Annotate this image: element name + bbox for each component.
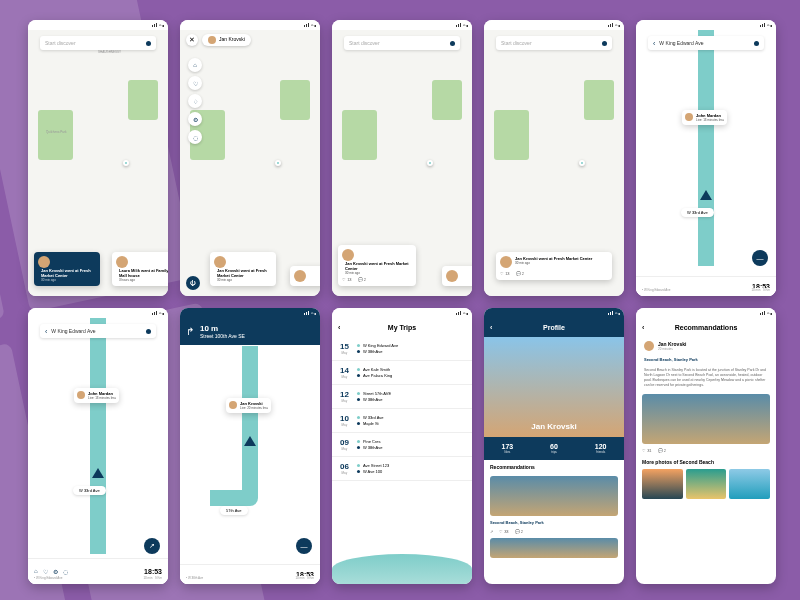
status-bar: ⌔ ▮	[484, 308, 624, 318]
photo-thumb[interactable]	[729, 469, 770, 499]
activity-card-laura[interactable]: Laura Milik went at Family Mall house3 h…	[112, 252, 168, 286]
like-icon[interactable]: ♡ 13	[342, 277, 352, 282]
screen-profile: ⌔ ▮ ‹Profile Jan Krovski 173likes 60trip…	[484, 308, 624, 584]
nav-arrow-icon	[700, 190, 712, 200]
back-icon[interactable]: ‹	[653, 40, 655, 47]
trip-item[interactable]: 06MayAve Street 123W Ave 100	[332, 457, 472, 481]
search-placeholder: Start discover	[45, 40, 142, 46]
screen-detail: ⌔ ▮ Start discover Jan Krovski went at F…	[484, 20, 624, 296]
activity-card-expanded[interactable]: Jan Krovski went at Fresh Market Center3…	[496, 252, 612, 280]
photo-thumb[interactable]	[642, 469, 683, 499]
status-bar: ⌔ ▮	[180, 308, 320, 318]
status-bar: ⌔ ▮	[484, 20, 624, 30]
close-button[interactable]: ✕	[186, 34, 198, 46]
activity-card[interactable]	[290, 266, 320, 286]
chat-icon[interactable]: ◌	[63, 568, 68, 575]
photo-thumb[interactable]	[686, 469, 727, 499]
back-icon[interactable]: ‹	[490, 324, 492, 331]
page-header: ‹My Trips	[332, 318, 472, 337]
nav-fab[interactable]: ↗	[144, 538, 160, 554]
mic-icon[interactable]	[602, 41, 607, 46]
like-icon[interactable]: ♡ 31	[642, 448, 652, 453]
heart-icon[interactable]: ♡	[43, 568, 48, 575]
search-bar[interactable]: Start discover	[344, 36, 460, 50]
profile-hero: Jan Krovski	[484, 337, 624, 437]
rec-image[interactable]	[490, 476, 618, 516]
street-label: W 33rd Ave	[681, 208, 714, 217]
activity-card[interactable]	[442, 266, 472, 286]
chat-icon[interactable]: ◌	[188, 130, 202, 144]
like-icon[interactable]: ♡ 13	[500, 271, 510, 276]
status-bar: ⌔ ▮	[636, 20, 776, 30]
screen-home-1: ⌔ ▮ SHAUGHNESSY Quilchena Park Start dis…	[28, 20, 168, 296]
screen-recommendations: ⌔ ▮ ‹Recommandations Jan Krovski20 minut…	[636, 308, 776, 584]
mic-icon[interactable]	[146, 329, 151, 334]
page-header: ‹Profile	[484, 318, 624, 337]
activity-card-jan[interactable]: Jan Krovski went at Fresh Market Center3…	[34, 252, 100, 286]
search-bar[interactable]: Start discover	[40, 36, 156, 50]
trip-item[interactable]: 09MayPine CresW 38thAve	[332, 433, 472, 457]
mic-icon[interactable]	[754, 41, 759, 46]
radial-menu: ⌂ ♡ ♢ ⚙ ◌	[188, 58, 202, 144]
gear-icon[interactable]: ⚙	[53, 568, 58, 575]
nav-arrow-icon	[92, 468, 104, 478]
stats-bar: 173likes 60trips 120friends	[484, 437, 624, 460]
home-icon[interactable]: ⌂	[34, 568, 38, 575]
live-card[interactable]: Jan KrovskiLive: 20 minutes less	[226, 398, 271, 413]
location-pin[interactable]	[275, 160, 281, 166]
share-icon[interactable]: ↗	[490, 529, 493, 534]
comment-icon[interactable]: 💬 2	[658, 448, 666, 453]
nav-search[interactable]: ‹W King Edward Ave	[648, 36, 764, 50]
activity-card[interactable]: Jan Krovski went at Fresh Market Center3…	[338, 245, 416, 286]
trip-item[interactable]: 14MayAve Kale SmithAve Palaca King	[332, 361, 472, 385]
like-icon[interactable]: ♡ 33	[499, 529, 509, 534]
search-bar[interactable]: Start discover	[496, 36, 612, 50]
trip-item[interactable]: 15MayW King Edward AveW 38thAve	[332, 337, 472, 361]
location-pin[interactable]	[123, 160, 129, 166]
nav-fab[interactable]: —	[296, 538, 312, 554]
comment-icon[interactable]: 💬 2	[516, 271, 524, 276]
home-icon[interactable]: ⌂	[188, 58, 202, 72]
power-button[interactable]: ⏻	[186, 276, 200, 290]
screen-nav-3: ⌔ ▮ ↱ 10 mStreet 100th Ave SE 57th Ave J…	[180, 308, 320, 584]
trip-item[interactable]: 12MayStreet 57th AVEW 38thAve	[332, 385, 472, 409]
screen-nav-2: ⌔ ▮ W 33rd Ave ‹W King Edward Ave John M…	[28, 308, 168, 584]
nav-header: ↱ 10 mStreet 100th Ave SE	[180, 318, 320, 345]
screen-trips: ⌔ ▮ ‹My Trips 15MayW King Edward AveW 38…	[332, 308, 472, 584]
avatar	[38, 256, 50, 268]
rec-image[interactable]	[490, 538, 618, 558]
nav-fab[interactable]: —	[752, 250, 768, 266]
nav-search[interactable]: ‹W King Edward Ave	[40, 324, 156, 338]
heart-icon[interactable]: ♡	[188, 76, 202, 90]
page-header: ‹Recommandations	[636, 318, 776, 337]
wave-decoration	[332, 554, 472, 584]
photo-grid	[636, 469, 776, 499]
status-bar: ⌔ ▮	[332, 308, 472, 318]
status-bar: ⌔ ▮	[332, 20, 472, 30]
status-bar: ⌔ ▮	[28, 308, 168, 318]
back-icon[interactable]: ‹	[642, 324, 644, 331]
screen-menu: ⌔ ▮ ✕ Jan Krovski ⌂ ♡ ♢ ⚙ ◌ Jan Krovski …	[180, 20, 320, 296]
screen-nav-1: ⌔ ▮ W 33rd Ave ‹W King Edward Ave John M…	[636, 20, 776, 296]
back-icon[interactable]: ‹	[45, 328, 47, 335]
activity-card[interactable]: Jan Krovski went at Fresh Market Center3…	[210, 252, 276, 286]
bell-icon[interactable]: ♢	[188, 94, 202, 108]
profile-pill[interactable]: Jan Krovski	[202, 34, 251, 46]
comment-icon[interactable]: 💬 2	[515, 529, 523, 534]
rec-image[interactable]	[642, 394, 770, 444]
status-bar: ⌔ ▮	[180, 20, 320, 30]
trip-item[interactable]: 10MayW 33rd AveMaple St	[332, 409, 472, 433]
mic-icon[interactable]	[146, 41, 151, 46]
back-icon[interactable]: ‹	[338, 324, 340, 331]
trips-list[interactable]: 15MayW King Edward AveW 38thAve14MayAve …	[332, 337, 472, 481]
comment-icon[interactable]: 💬 2	[358, 277, 366, 282]
gear-icon[interactable]: ⚙	[188, 112, 202, 126]
screen-home-3: ⌔ ▮ Start discover Jan Krovski went at F…	[332, 20, 472, 296]
live-card[interactable]: John MardanLive: 13 minutes less	[74, 388, 119, 403]
status-bar: ⌔ ▮	[28, 20, 168, 30]
live-card[interactable]: John MardanLive: 13 minutes less	[682, 110, 727, 125]
status-bar: ⌔ ▮	[636, 308, 776, 318]
mic-icon[interactable]	[450, 41, 455, 46]
rec-author[interactable]: Jan Krovski20 minutes	[636, 337, 776, 355]
turn-icon: ↱	[186, 326, 194, 337]
